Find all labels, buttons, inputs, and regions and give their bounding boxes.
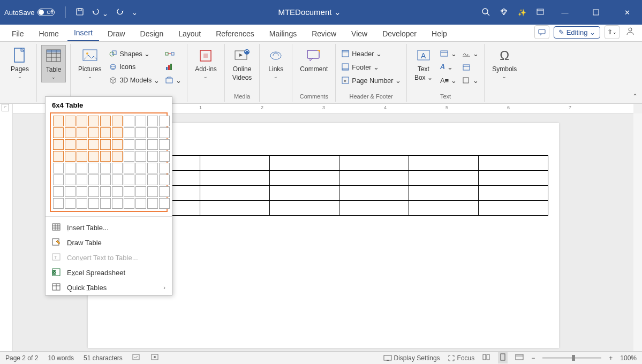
tab-help[interactable]: Help xyxy=(425,26,454,41)
icons-button[interactable]: Icons xyxy=(108,60,161,73)
table-grid-cell[interactable] xyxy=(112,151,123,162)
table-grid-cell[interactable] xyxy=(147,198,158,209)
zoom-in-button[interactable]: + xyxy=(609,354,613,362)
table-grid-cell[interactable] xyxy=(135,116,146,126)
table-grid-cell[interactable] xyxy=(88,116,99,126)
table-grid-cell[interactable] xyxy=(124,116,134,126)
table-grid-cell[interactable] xyxy=(77,127,87,138)
table-grid-cell[interactable] xyxy=(77,163,87,173)
table-grid-cell[interactable] xyxy=(88,127,99,138)
autosave-toggle[interactable]: AutoSave Off xyxy=(4,9,55,17)
share-button[interactable]: ⇧ ⌄ xyxy=(605,25,620,39)
display-settings-button[interactable]: Display Settings xyxy=(383,354,440,362)
table-grid-cell[interactable] xyxy=(88,175,99,185)
word-count[interactable]: 10 words xyxy=(48,354,74,362)
table-grid-cell[interactable] xyxy=(159,163,170,173)
table-grid-cell[interactable] xyxy=(159,139,170,150)
table-grid-cell[interactable] xyxy=(124,139,134,150)
table-grid-cell[interactable] xyxy=(135,175,146,185)
toggle-switch[interactable]: Off xyxy=(37,9,55,16)
table-grid-cell[interactable] xyxy=(88,151,99,162)
table-grid-cell[interactable] xyxy=(77,198,87,209)
date-time-button[interactable] xyxy=(461,60,480,73)
table-grid-cell[interactable] xyxy=(124,127,134,138)
tab-file[interactable]: File xyxy=(5,26,31,41)
read-mode-icon[interactable] xyxy=(482,353,490,362)
table-grid-cell[interactable] xyxy=(147,151,158,162)
table-grid-cell[interactable] xyxy=(65,127,75,138)
table-grid-cell[interactable] xyxy=(135,151,146,162)
table-grid-cell[interactable] xyxy=(88,163,99,173)
table-grid-cell[interactable] xyxy=(53,116,64,126)
table-grid-cell[interactable] xyxy=(77,151,87,162)
close-button[interactable]: ✕ xyxy=(616,4,638,20)
table-grid-cell[interactable] xyxy=(147,139,158,150)
shapes-button[interactable]: Shapes ⌄ xyxy=(108,47,161,60)
zoom-slider[interactable] xyxy=(542,357,601,359)
table-grid-cell[interactable] xyxy=(112,198,123,209)
macro-icon[interactable] xyxy=(150,353,159,362)
char-count[interactable]: 51 characters xyxy=(84,354,123,362)
addins-button[interactable]: Add-ins ⌄ xyxy=(192,45,220,81)
symbols-button[interactable]: Ω Symbols ⌄ xyxy=(489,45,520,81)
table-grid-cell[interactable] xyxy=(100,175,111,185)
object-button[interactable]: ⌄ xyxy=(461,74,480,87)
table-grid-cell[interactable] xyxy=(112,186,123,197)
table-grid-cell[interactable] xyxy=(135,127,146,138)
zoom-level[interactable]: 100% xyxy=(620,354,637,362)
table-grid-cell[interactable] xyxy=(147,116,158,126)
focus-mode-button[interactable]: Focus xyxy=(448,354,475,362)
wordart-button[interactable]: A⌄ xyxy=(439,60,458,73)
table-grid-cell[interactable] xyxy=(135,139,146,150)
web-layout-icon[interactable] xyxy=(515,353,524,362)
tab-review[interactable]: Review xyxy=(305,26,343,41)
table-grid-cell[interactable] xyxy=(53,175,64,185)
table-grid-cell[interactable] xyxy=(112,139,123,150)
quick-tables-item[interactable]: Quick Tables › xyxy=(46,280,172,295)
table-grid-cell[interactable] xyxy=(100,139,111,150)
table-grid-cell[interactable] xyxy=(159,151,170,162)
tab-developer[interactable]: Developer xyxy=(376,26,423,41)
table-grid-cell[interactable] xyxy=(159,127,170,138)
table-grid-cell[interactable] xyxy=(65,198,75,209)
redo-icon[interactable] xyxy=(116,7,124,18)
tab-draw[interactable]: Draw xyxy=(101,26,132,41)
table-grid-cell[interactable] xyxy=(100,116,111,126)
table-grid-cell[interactable] xyxy=(159,175,170,185)
inserted-table[interactable] xyxy=(131,155,548,216)
comments-pane-button[interactable] xyxy=(534,25,549,39)
table-grid-cell[interactable] xyxy=(88,198,99,209)
table-grid-cell[interactable] xyxy=(88,139,99,150)
save-icon[interactable] xyxy=(75,7,84,18)
tab-design[interactable]: Design xyxy=(134,26,170,41)
text-box-button[interactable]: A Text Box ⌄ xyxy=(411,45,436,87)
table-grid-cell[interactable] xyxy=(100,151,111,162)
editing-mode-button[interactable]: ✎ Editing ⌄ xyxy=(554,26,600,39)
table-grid-cell[interactable] xyxy=(147,175,158,185)
comment-button[interactable]: Comment xyxy=(297,45,331,75)
draw-table-item[interactable]: Draw Table xyxy=(46,235,172,250)
qat-overflow-icon[interactable]: ⌄ xyxy=(132,9,138,17)
ribbon-display-icon[interactable] xyxy=(536,7,545,18)
table-grid-cell[interactable] xyxy=(112,175,123,185)
table-grid-cell[interactable] xyxy=(53,186,64,197)
links-button[interactable]: Links ⌄ xyxy=(264,45,288,81)
drop-cap-button[interactable]: A≡⌄ xyxy=(439,74,458,87)
table-grid-cell[interactable] xyxy=(147,186,158,197)
print-layout-icon[interactable] xyxy=(498,352,508,363)
table-grid-cell[interactable] xyxy=(159,116,170,126)
tab-view[interactable]: View xyxy=(345,26,374,41)
table-grid-cell[interactable] xyxy=(53,127,64,138)
document-title[interactable]: MTEDocument ⌄ xyxy=(138,7,481,17)
table-grid-cell[interactable] xyxy=(112,116,123,126)
signature-line-button[interactable]: ⌄ xyxy=(461,47,480,60)
table-grid-cell[interactable] xyxy=(124,186,134,197)
table-grid-cell[interactable] xyxy=(53,163,64,173)
table-grid-cell[interactable] xyxy=(77,139,87,150)
page-indicator[interactable]: Page 2 of 2 xyxy=(5,354,38,362)
table-grid-cell[interactable] xyxy=(100,186,111,197)
smartart-button[interactable] xyxy=(164,47,183,60)
table-grid-cell[interactable] xyxy=(53,151,64,162)
account-icon[interactable] xyxy=(624,26,637,38)
tab-home[interactable]: Home xyxy=(33,26,65,41)
